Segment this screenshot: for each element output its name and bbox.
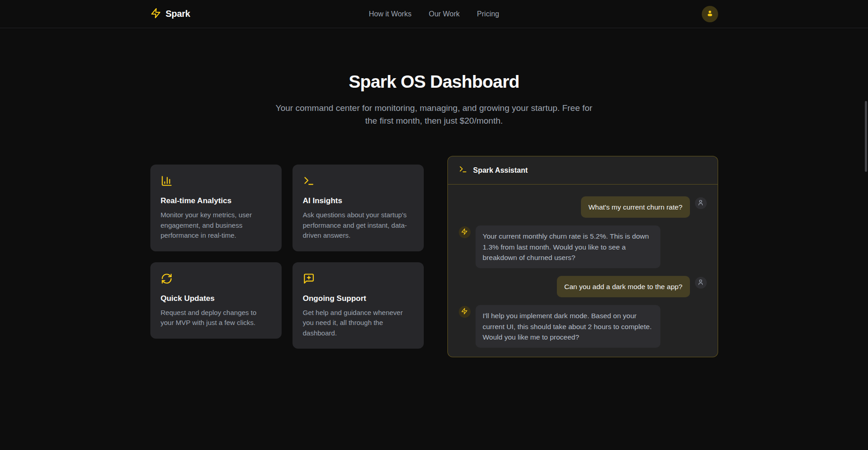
navbar-inner: Spark How it Works Our Work Pricing: [150, 0, 718, 28]
refresh-icon: [161, 273, 271, 285]
feature-description: Ask questions about your startup's perfo…: [303, 210, 413, 241]
assistant-panel-header: Spark Assistant: [448, 156, 718, 185]
feature-description: Monitor your key metrics, user engagemen…: [161, 210, 271, 241]
brand[interactable]: Spark: [150, 8, 369, 20]
zap-icon: [461, 228, 468, 237]
user-icon: [706, 9, 714, 19]
feature-grid: Real-time Analytics Monitor your key met…: [150, 165, 424, 349]
nav-links: How it Works Our Work Pricing: [369, 10, 499, 18]
terminal-icon: [459, 165, 467, 175]
message-square-plus-icon: [303, 273, 413, 285]
nav-link-how-it-works[interactable]: How it Works: [369, 10, 412, 18]
feature-card-ongoing-support: Ongoing Support Get help and guidance wh…: [293, 262, 424, 349]
chat-message-user: Can you add a dark mode to the app?: [459, 276, 707, 297]
user-avatar: [695, 197, 707, 209]
user-message-bubble: Can you add a dark mode to the app?: [557, 276, 689, 297]
account-avatar-button[interactable]: [702, 6, 718, 22]
feature-title: Quick Updates: [161, 294, 271, 303]
assistant-avatar: [459, 226, 471, 238]
user-avatar: [695, 277, 707, 289]
chat-message-assistant: I'll help you implement dark mode. Based…: [459, 305, 707, 348]
feature-description: Get help and guidance whenever you need …: [303, 308, 413, 339]
hero-subtitle: Your command center for monitoring, mana…: [275, 102, 593, 127]
nav-right: [499, 6, 718, 22]
hero-section: Spark OS Dashboard Your command center f…: [0, 28, 868, 127]
assistant-panel-title: Spark Assistant: [473, 166, 528, 175]
feature-title: Real-time Analytics: [161, 196, 271, 205]
brand-name: Spark: [166, 9, 190, 19]
nav-link-our-work[interactable]: Our Work: [429, 10, 460, 18]
feature-title: Ongoing Support: [303, 294, 413, 303]
zap-icon: [461, 308, 468, 316]
assistant-message-bubble: I'll help you implement dark mode. Based…: [476, 305, 660, 348]
chat-message-user: What's my current churn rate?: [459, 196, 707, 218]
user-icon: [697, 279, 704, 287]
spark-assistant-panel: Spark Assistant What's my current churn …: [447, 156, 718, 357]
page-title: Spark OS Dashboard: [0, 72, 868, 92]
zap-icon: [150, 8, 161, 20]
feature-card-ai-insights: AI Insights Ask questions about your sta…: [293, 165, 424, 251]
feature-title: AI Insights: [303, 196, 413, 205]
chat-message-assistant: Your current monthly churn rate is 5.2%.…: [459, 225, 707, 268]
nav-link-pricing[interactable]: Pricing: [477, 10, 499, 18]
user-icon: [697, 199, 704, 208]
feature-card-quick-updates: Quick Updates Request and deploy changes…: [150, 262, 282, 339]
chart-column-icon: [161, 175, 271, 187]
terminal-icon: [303, 175, 413, 187]
assistant-avatar: [459, 306, 471, 318]
feature-card-realtime-analytics: Real-time Analytics Monitor your key met…: [150, 165, 282, 251]
assistant-message-bubble: Your current monthly churn rate is 5.2%.…: [476, 225, 660, 268]
assistant-message-list: What's my current churn rate? Your curre…: [448, 185, 718, 357]
feature-description: Request and deploy changes to your MVP w…: [161, 308, 271, 328]
main-content: Real-time Analytics Monitor your key met…: [150, 156, 718, 357]
user-message-bubble: What's my current churn rate?: [581, 196, 689, 218]
scrollbar-thumb[interactable]: [865, 101, 867, 172]
navbar: Spark How it Works Our Work Pricing: [0, 0, 868, 28]
